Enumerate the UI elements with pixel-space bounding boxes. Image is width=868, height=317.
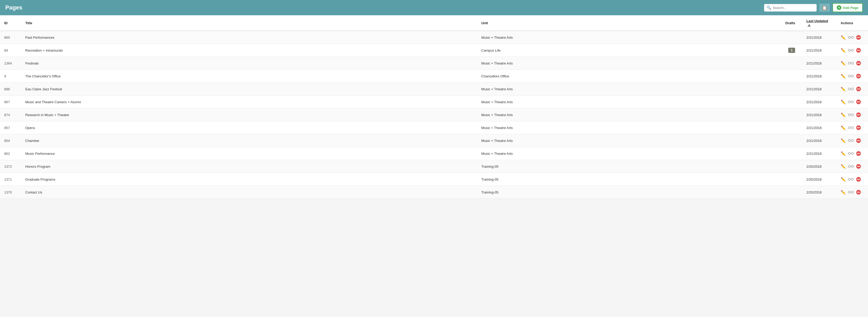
cell-title: Contact Us (21, 186, 477, 199)
cell-last-updated: 2/21/2018 (802, 31, 836, 44)
edit-button[interactable]: ✏️ (841, 112, 846, 117)
add-page-plus-icon: + (837, 5, 841, 10)
delete-button[interactable] (856, 61, 861, 66)
svg-rect-6 (851, 49, 854, 51)
cell-unit: Music + Theatre Arts (477, 57, 781, 70)
edit-button[interactable]: ✏️ (841, 87, 846, 92)
col-header-unit: Unit (477, 15, 781, 31)
link-button[interactable] (848, 35, 854, 39)
link-button[interactable] (848, 61, 854, 65)
delete-button[interactable] (856, 177, 861, 182)
cell-id: 867 (0, 95, 21, 109)
link-button[interactable] (848, 100, 854, 104)
cell-last-updated: 2/20/2018 (802, 160, 836, 173)
delete-button[interactable] (856, 99, 861, 105)
cell-unit: Chancellors Office (477, 70, 781, 83)
link-button[interactable] (848, 74, 854, 78)
header-actions: 🔍 📋 + Add Page (764, 3, 863, 12)
cell-unit: Training-05 (477, 173, 781, 186)
link-button[interactable] (848, 126, 854, 129)
delete-button[interactable] (856, 112, 861, 117)
cell-actions: ✏️ (836, 44, 868, 57)
delete-icon (856, 112, 861, 117)
edit-button[interactable]: ✏️ (841, 138, 846, 143)
delete-button[interactable] (856, 35, 861, 40)
delete-button[interactable] (856, 48, 861, 53)
clipboard-button[interactable]: 📋 (819, 4, 830, 12)
cell-actions: ✏️ (836, 160, 868, 173)
link-button[interactable] (848, 190, 854, 194)
actions-container: ✏️ (841, 151, 864, 156)
delete-icon (856, 138, 861, 143)
col-header-last-updated[interactable]: Last Updated ▲ (802, 15, 836, 31)
edit-button[interactable]: ✏️ (841, 35, 846, 40)
cell-drafts (781, 57, 802, 70)
delete-icon (856, 190, 861, 195)
cell-unit: Music + Theatre Arts (477, 95, 781, 109)
link-button[interactable] (848, 87, 854, 91)
cell-drafts (781, 70, 802, 83)
svg-rect-1 (851, 36, 854, 38)
edit-button[interactable]: ✏️ (841, 74, 846, 79)
cell-title: Honors Program (21, 160, 477, 173)
link-button[interactable] (848, 152, 854, 155)
delete-button[interactable] (856, 190, 861, 195)
delete-button[interactable] (856, 138, 861, 143)
cell-last-updated: 2/21/2018 (802, 44, 836, 57)
cell-id: 857 (0, 121, 21, 134)
search-icon: 🔍 (767, 5, 771, 10)
delete-button[interactable] (856, 151, 861, 156)
table-row: 854ChamberMusic + Theatre Arts2/21/2018✏… (0, 134, 868, 147)
svg-rect-46 (851, 152, 854, 154)
table-row: 867Music and Theatre Careers + AlumniMus… (0, 95, 868, 109)
edit-button[interactable]: ✏️ (841, 164, 846, 169)
svg-rect-20 (848, 88, 850, 90)
chain-icon (848, 74, 854, 78)
cell-id: 1371 (0, 173, 21, 186)
edit-button[interactable]: ✏️ (841, 99, 846, 105)
edit-button[interactable]: ✏️ (841, 151, 846, 156)
edit-button[interactable]: ✏️ (841, 61, 846, 66)
cell-drafts (781, 83, 802, 95)
actions-container: ✏️ (841, 164, 864, 169)
svg-rect-51 (851, 165, 854, 168)
cell-last-updated: 2/21/2018 (802, 83, 836, 95)
actions-container: ✏️ (841, 177, 864, 182)
delete-icon (856, 177, 861, 182)
cell-last-updated: 2/20/2018 (802, 186, 836, 199)
link-button[interactable] (848, 49, 854, 52)
link-button[interactable] (848, 165, 854, 168)
cell-unit: Music + Theatre Arts (477, 147, 781, 160)
delete-button[interactable] (856, 164, 861, 169)
edit-button[interactable]: ✏️ (841, 177, 846, 182)
actions-container: ✏️ (841, 74, 864, 79)
cell-title: Opera (21, 121, 477, 134)
svg-rect-10 (848, 62, 850, 64)
delete-button[interactable] (856, 86, 861, 92)
edit-button[interactable]: ✏️ (841, 48, 846, 53)
delete-button[interactable] (856, 74, 861, 79)
cell-drafts (781, 173, 802, 186)
add-page-button[interactable]: + Add Page (833, 3, 863, 12)
cell-id: 874 (0, 109, 21, 121)
svg-rect-50 (848, 165, 850, 168)
chain-icon (848, 61, 854, 65)
cell-last-updated: 2/21/2018 (802, 109, 836, 121)
sort-arrow-icon: ▲ (807, 23, 811, 27)
delete-icon (856, 151, 861, 156)
table-row: 9The Chancellor's OfficeChancellors Offi… (0, 70, 868, 83)
search-input[interactable] (764, 4, 817, 11)
delete-button[interactable] (856, 125, 861, 130)
chain-icon (848, 152, 854, 155)
cell-id: 1370 (0, 186, 21, 199)
link-button[interactable] (848, 139, 854, 142)
chain-icon (848, 113, 854, 117)
svg-rect-36 (851, 127, 854, 129)
cell-last-updated: 2/21/2018 (802, 134, 836, 147)
link-button[interactable] (848, 113, 854, 117)
edit-button[interactable]: ✏️ (841, 190, 846, 195)
edit-button[interactable]: ✏️ (841, 125, 846, 130)
link-button[interactable] (848, 177, 854, 181)
cell-actions: ✏️ (836, 173, 868, 186)
cell-id: 1364 (0, 57, 21, 70)
